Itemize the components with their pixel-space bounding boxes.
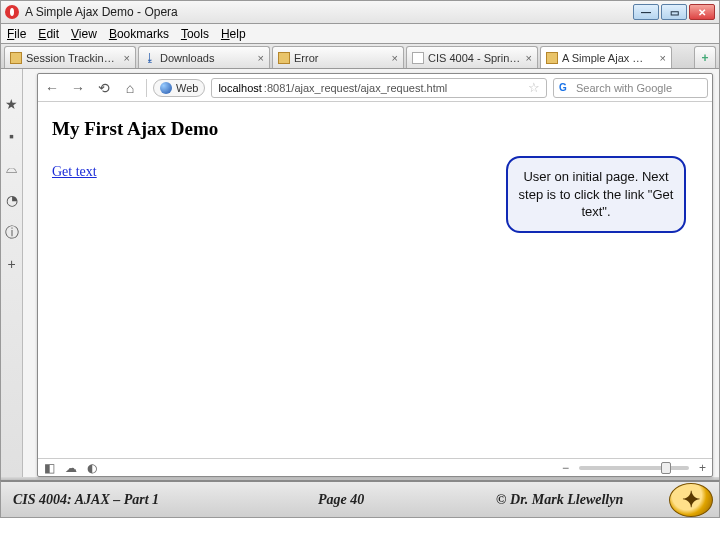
tab-label: CIS 4004 - Sprin… bbox=[428, 52, 522, 64]
tab-label: A Simple Ajax … bbox=[562, 52, 656, 64]
tab-error[interactable]: Error × bbox=[272, 46, 404, 68]
get-text-link[interactable]: Get text bbox=[52, 164, 97, 179]
sync-icon[interactable]: ☁ bbox=[65, 461, 77, 475]
panel-toggle-icon[interactable]: ◧ bbox=[44, 461, 55, 475]
headphones-icon[interactable]: ⌓ bbox=[5, 161, 19, 175]
footer-left: CIS 4004: AJAX – Part 1 bbox=[1, 492, 232, 508]
tab-session-tracking[interactable]: Session Trackin… × bbox=[4, 46, 136, 68]
tab-strip: Session Trackin… × ⭳ Downloads × Error ×… bbox=[0, 44, 720, 69]
page-frame: ← → ⟲ ⌂ Web localhost:8081/ajax_request/… bbox=[37, 73, 713, 477]
scheme-label: Web bbox=[176, 82, 198, 94]
status-bar: ◧ ☁ ◐ − + bbox=[38, 458, 712, 476]
url-host: localhost bbox=[218, 82, 261, 94]
footer-right: © Dr. Mark Llewellyn bbox=[450, 492, 669, 508]
download-icon: ⭳ bbox=[144, 52, 156, 64]
close-icon[interactable]: × bbox=[660, 52, 666, 64]
back-button[interactable]: ← bbox=[42, 78, 62, 98]
tab-cis4004[interactable]: CIS 4004 - Sprin… × bbox=[406, 46, 538, 68]
info-icon[interactable]: ⓘ bbox=[5, 225, 19, 239]
minimize-button[interactable]: — bbox=[633, 4, 659, 20]
close-icon[interactable]: × bbox=[526, 52, 532, 64]
new-tab-button[interactable]: + bbox=[694, 46, 716, 68]
separator bbox=[146, 79, 147, 97]
zoom-in-button[interactable]: + bbox=[699, 461, 706, 475]
menu-edit[interactable]: Edit bbox=[38, 27, 59, 41]
page-body: My First Ajax Demo Get text User on init… bbox=[38, 102, 712, 458]
zoom-thumb[interactable] bbox=[661, 462, 671, 474]
maximize-button[interactable]: ▭ bbox=[661, 4, 687, 20]
tab-label: Error bbox=[294, 52, 388, 64]
search-placeholder: Search with Google bbox=[576, 82, 672, 94]
opera-icon bbox=[5, 5, 19, 19]
google-icon bbox=[559, 82, 571, 94]
favicon-icon bbox=[546, 52, 558, 64]
note-icon[interactable]: ▪ bbox=[5, 129, 19, 143]
content-area: ← → ⟲ ⌂ Web localhost:8081/ajax_request/… bbox=[23, 69, 719, 477]
ucf-pegasus-logo: ✦ bbox=[669, 483, 713, 517]
forward-button[interactable]: → bbox=[68, 78, 88, 98]
window-titlebar: A Simple Ajax Demo - Opera — ▭ ✕ bbox=[0, 0, 720, 24]
reload-button[interactable]: ⟲ bbox=[94, 78, 114, 98]
menu-bookmarks[interactable]: Bookmarks bbox=[109, 27, 169, 41]
window-title: A Simple Ajax Demo - Opera bbox=[25, 5, 633, 19]
favicon-icon bbox=[278, 52, 290, 64]
bookmark-star-icon[interactable]: ☆ bbox=[528, 80, 540, 95]
tab-label: Session Trackin… bbox=[26, 52, 120, 64]
footer-center: Page 40 bbox=[232, 492, 451, 508]
turbo-icon[interactable]: ◐ bbox=[87, 461, 97, 475]
slide-footer: CIS 4004: AJAX – Part 1 Page 40 © Dr. Ma… bbox=[0, 480, 720, 518]
history-icon[interactable]: ◔ bbox=[5, 193, 19, 207]
address-toolbar: ← → ⟲ ⌂ Web localhost:8081/ajax_request/… bbox=[38, 74, 712, 102]
menu-tools[interactable]: Tools bbox=[181, 27, 209, 41]
home-button[interactable]: ⌂ bbox=[120, 78, 140, 98]
window-controls: — ▭ ✕ bbox=[633, 4, 715, 20]
menu-bar: File Edit View Bookmarks Tools Help bbox=[0, 24, 720, 44]
instruction-callout: User on initial page. Next step is to cl… bbox=[506, 156, 686, 233]
url-input[interactable]: localhost:8081/ajax_request/ajax_request… bbox=[211, 78, 547, 98]
tab-downloads[interactable]: ⭳ Downloads × bbox=[138, 46, 270, 68]
zoom-out-button[interactable]: − bbox=[562, 461, 569, 475]
add-panel-icon[interactable]: + bbox=[5, 257, 19, 271]
menu-help[interactable]: Help bbox=[221, 27, 246, 41]
menu-file[interactable]: File bbox=[7, 27, 26, 41]
tab-label: Downloads bbox=[160, 52, 254, 64]
zoom-slider[interactable] bbox=[579, 466, 689, 470]
scheme-badge[interactable]: Web bbox=[153, 79, 205, 97]
search-input[interactable]: Search with Google bbox=[553, 78, 708, 98]
side-panel: ★ ▪ ⌓ ◔ ⓘ + bbox=[1, 69, 23, 477]
page-heading: My First Ajax Demo bbox=[52, 118, 698, 140]
page-icon bbox=[412, 52, 424, 64]
star-icon[interactable]: ★ bbox=[5, 97, 19, 111]
close-icon[interactable]: × bbox=[392, 52, 398, 64]
close-icon[interactable]: × bbox=[258, 52, 264, 64]
menu-view[interactable]: View bbox=[71, 27, 97, 41]
tab-ajax-demo[interactable]: A Simple Ajax … × bbox=[540, 46, 672, 68]
close-icon[interactable]: × bbox=[124, 52, 130, 64]
url-rest: :8081/ajax_request/ajax_request.html bbox=[264, 82, 447, 94]
workspace: ★ ▪ ⌓ ◔ ⓘ + ← → ⟲ ⌂ Web localhost:8081/a… bbox=[0, 69, 720, 477]
favicon-icon bbox=[10, 52, 22, 64]
close-button[interactable]: ✕ bbox=[689, 4, 715, 20]
globe-icon bbox=[160, 82, 172, 94]
